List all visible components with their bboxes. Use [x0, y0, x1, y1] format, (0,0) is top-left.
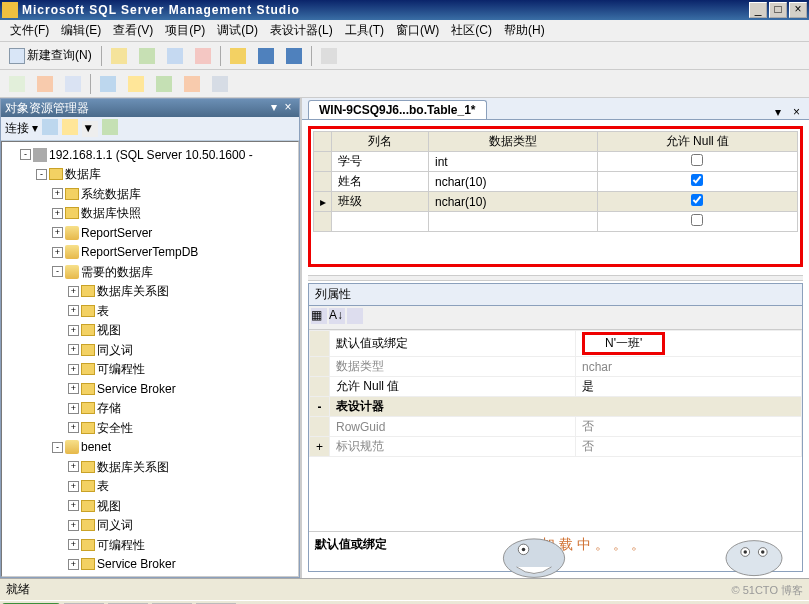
column-properties-panel: 列属性 ▦ A↓ 默认值或绑定N'一班' 数据类型nchar 允许 Null 值…	[308, 283, 803, 572]
tree-snapshot: +数据库快照	[52, 204, 141, 222]
toolbar-main: 新建查询(N)	[0, 42, 809, 70]
prop-category-tabledesigner: -表设计器	[310, 397, 802, 417]
tree-needed-db: -需要的数据库	[52, 263, 153, 281]
new-query-icon	[9, 48, 25, 64]
tb2-btn-7[interactable]	[179, 73, 205, 95]
tb-btn-2[interactable]	[134, 45, 160, 67]
prop-row-allownull: 允许 Null 值是	[310, 377, 802, 397]
object-tree[interactable]: -192.168.1.1 (SQL Server 10.50.1600 - -数…	[1, 141, 299, 577]
col-header-null[interactable]: 允许 Null 值	[597, 132, 797, 152]
tree-reportserver: +ReportServer	[52, 224, 152, 242]
menu-tabledesigner[interactable]: 表设计器(L)	[264, 20, 339, 41]
nullable-checkbox[interactable]	[691, 214, 703, 226]
col-header-type[interactable]: 数据类型	[429, 132, 598, 152]
prop-row-datatype: 数据类型nchar	[310, 357, 802, 377]
tree-reportservertemp: +ReportServerTempDB	[52, 243, 198, 261]
tab-dropdown-icon[interactable]: ▾	[775, 105, 789, 119]
menubar: 文件(F) 编辑(E) 查看(V) 项目(P) 调试(D) 表设计器(L) 工具…	[0, 20, 809, 42]
document-tab[interactable]: WIN-9CSQ9J6...bo.Table_1*	[308, 100, 487, 119]
tb-btn-3[interactable]	[162, 45, 188, 67]
tb2-btn-8[interactable]	[207, 73, 233, 95]
menu-file[interactable]: 文件(F)	[4, 20, 55, 41]
new-query-button[interactable]: 新建查询(N)	[4, 45, 97, 67]
categorized-button[interactable]: ▦	[311, 308, 327, 327]
save-button[interactable]	[253, 45, 279, 67]
tb2-btn-5[interactable]	[123, 73, 149, 95]
prop-row-default: 默认值或绑定N'一班'	[310, 331, 802, 357]
row-selector-icon[interactable]: ▸	[314, 192, 332, 212]
nullable-checkbox[interactable]	[691, 174, 703, 186]
column-row: 学号 int	[314, 152, 798, 172]
col-header-name[interactable]: 列名	[332, 132, 429, 152]
toolbar-table	[0, 70, 809, 98]
taskbar: 开始 ? ⬤ 13:17 2018/4/9	[0, 600, 809, 604]
primary-key-button[interactable]	[32, 73, 58, 95]
oe-btn-1[interactable]	[42, 119, 58, 138]
status-ready: 就绪	[6, 581, 30, 598]
status-bar: 就绪	[0, 578, 809, 600]
column-row-empty	[314, 212, 798, 232]
tb2-btn-4[interactable]	[95, 73, 121, 95]
filter-button[interactable]: ▼	[82, 121, 98, 137]
menu-help[interactable]: 帮助(H)	[498, 20, 551, 41]
watermark: © 51CTO 博客	[732, 583, 803, 598]
alphabetical-button[interactable]: A↓	[329, 308, 345, 327]
nullable-checkbox[interactable]	[691, 154, 703, 166]
app-icon	[2, 2, 18, 18]
database-icon	[65, 226, 79, 240]
props-btn-3[interactable]	[347, 308, 363, 327]
save-all-button[interactable]	[281, 45, 307, 67]
connect-dropdown[interactable]: 连接 ▾	[5, 120, 38, 137]
menu-view[interactable]: 查看(V)	[107, 20, 159, 41]
tree-sysdb: +系统数据库	[52, 185, 141, 203]
panel-close-icon[interactable]: ×	[281, 101, 295, 115]
tb2-btn-6[interactable]	[151, 73, 177, 95]
tree-benet: -benet	[52, 438, 111, 456]
column-row-selected: ▸ 班级 nchar(10)	[314, 192, 798, 212]
refresh-button[interactable]	[102, 119, 118, 138]
maximize-button[interactable]: □	[769, 2, 787, 18]
tree-databases: -数据库	[36, 165, 101, 183]
menu-tools[interactable]: 工具(T)	[339, 20, 390, 41]
highlight-box: 列名 数据类型 允许 Null 值 学号 int 姓名 nchar(10)	[308, 126, 803, 267]
tb-btn-4[interactable]	[190, 45, 216, 67]
tb-btn-1[interactable]	[106, 45, 132, 67]
splitter[interactable]	[308, 275, 803, 281]
folder-icon	[49, 168, 63, 180]
column-properties-title: 列属性	[309, 284, 802, 306]
tb-btn-8[interactable]	[316, 45, 342, 67]
close-button[interactable]: ×	[789, 2, 807, 18]
menu-edit[interactable]: 编辑(E)	[55, 20, 107, 41]
highlight-value: N'一班'	[582, 332, 665, 355]
pin-icon[interactable]: ▾	[267, 101, 281, 115]
column-row: 姓名 nchar(10)	[314, 172, 798, 192]
oe-btn-2[interactable]	[62, 119, 78, 138]
prop-row-rowguid: RowGuid否	[310, 417, 802, 437]
menu-community[interactable]: 社区(C)	[445, 20, 498, 41]
tb2-btn-3[interactable]	[60, 73, 86, 95]
tb2-btn-1[interactable]	[4, 73, 30, 95]
open-button[interactable]	[225, 45, 251, 67]
prop-row-identity: +标识规范否	[310, 437, 802, 457]
tab-close-icon[interactable]: ×	[793, 105, 807, 119]
minimize-button[interactable]: _	[749, 2, 767, 18]
new-query-label: 新建查询(N)	[27, 47, 92, 64]
loading-text: 加载中。。。	[541, 536, 649, 554]
object-explorer-title: 对象资源管理器	[5, 100, 267, 117]
window-title: Microsoft SQL Server Management Studio	[22, 3, 747, 17]
menu-project[interactable]: 项目(P)	[159, 20, 211, 41]
tree-server: -192.168.1.1 (SQL Server 10.50.1600 -	[20, 146, 253, 164]
columns-grid[interactable]: 列名 数据类型 允许 Null 值 学号 int 姓名 nchar(10)	[313, 131, 798, 232]
menu-debug[interactable]: 调试(D)	[211, 20, 264, 41]
server-icon	[33, 148, 47, 162]
nullable-checkbox[interactable]	[691, 194, 703, 206]
menu-window[interactable]: 窗口(W)	[390, 20, 445, 41]
object-explorer: 对象资源管理器 ▾ × 连接 ▾ ▼ -192.168.1.1 (SQL Ser…	[0, 98, 300, 578]
